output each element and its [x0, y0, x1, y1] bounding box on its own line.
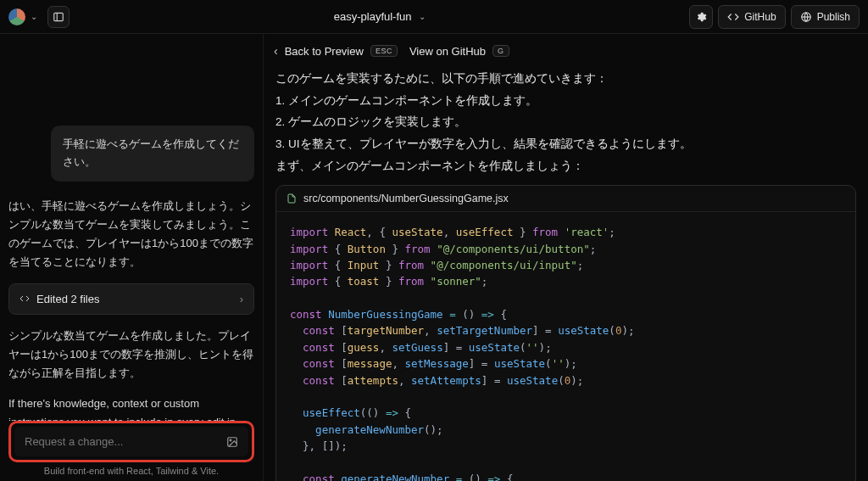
edited-files-label: Edited 2 files — [36, 293, 99, 305]
explanation-step: 1. メインのゲームコンポーネントを作成します。 — [275, 90, 856, 112]
publish-button[interactable]: Publish — [791, 5, 860, 29]
code-card: src/components/NumberGuessingGame.jsx im… — [275, 185, 856, 481]
chevron-right-icon: › — [240, 293, 243, 305]
github-label: GitHub — [744, 11, 776, 23]
svg-point-5 — [230, 439, 231, 441]
view-github-label: View on GitHub — [409, 45, 486, 58]
assistant-summary: シンプルな数当てゲームを作成しました。プレイヤーは1から100までの数字を推測し… — [8, 327, 254, 383]
app-logo[interactable] — [8, 8, 25, 25]
esc-kbd: ESC — [370, 45, 398, 57]
gear-icon — [695, 11, 707, 23]
user-message: 手軽に遊べるゲームを作成してください。 — [51, 126, 254, 182]
project-name-label: easy-playful-fun — [334, 10, 412, 23]
chat-input[interactable]: Request a change... — [14, 427, 248, 456]
settings-button[interactable] — [689, 5, 713, 29]
chat-input-highlight: Request a change... — [8, 421, 254, 462]
main-panel: ‹ Back to Preview ESC View on GitHub G こ… — [263, 34, 868, 481]
publish-label: Publish — [817, 11, 850, 23]
code-icon — [19, 294, 30, 304]
chevron-down-icon[interactable]: ⌄ — [31, 12, 37, 21]
view-on-github-button[interactable]: View on GitHub G — [409, 45, 509, 58]
code-icon — [727, 11, 739, 23]
explanation-line: このゲームを実装するために、以下の手順で進めていきます： — [275, 68, 856, 90]
chevron-left-icon: ‹ — [274, 44, 278, 58]
image-icon[interactable] — [226, 436, 238, 448]
explanation-block: このゲームを実装するために、以下の手順で進めていきます： 1. メインのゲームコ… — [275, 68, 856, 176]
svg-rect-0 — [54, 13, 64, 20]
footer-note: Build front-end with React, Tailwind & V… — [8, 462, 254, 481]
g-kbd: G — [492, 45, 509, 57]
knowledge-note: If there's knowledge, context or custom … — [8, 394, 254, 421]
back-label: Back to Preview — [285, 45, 364, 58]
file-icon — [287, 193, 297, 204]
code-block[interactable]: import React, { useState, useEffect } fr… — [276, 212, 855, 481]
chat-input-placeholder: Request a change... — [25, 435, 123, 448]
globe-icon — [800, 11, 812, 23]
explanation-step: 3. UIを整えて、プレイヤーが数字を入力し、結果を確認できるようにします。 — [275, 133, 856, 155]
code-filename: src/components/NumberGuessingGame.jsx — [303, 193, 509, 204]
chat-panel: 手軽に遊べるゲームを作成してください。 はい、手軽に遊べるゲームを作成しましょう… — [0, 34, 263, 481]
assistant-intro: はい、手軽に遊べるゲームを作成しましょう。シンプルな数当てゲームを実装してみまし… — [8, 197, 254, 271]
edited-files-card[interactable]: Edited 2 files › — [8, 283, 254, 315]
explanation-step: 2. ゲームのロジックを実装します。 — [275, 111, 856, 133]
explanation-line: まず、メインのゲームコンポーネントを作成しましょう： — [275, 155, 856, 177]
project-title[interactable]: easy-playful-fun ⌄ — [70, 10, 689, 23]
sub-header: ‹ Back to Preview ESC View on GitHub G — [264, 34, 868, 68]
top-bar: ⌄ easy-playful-fun ⌄ GitHub Publish — [0, 0, 868, 34]
code-header: src/components/NumberGuessingGame.jsx — [276, 186, 855, 212]
sidebar-toggle-button[interactable] — [47, 6, 70, 28]
user-message-text: 手軽に遊べるゲームを作成してください。 — [63, 137, 239, 168]
chevron-down-icon: ⌄ — [419, 12, 426, 21]
github-button[interactable]: GitHub — [718, 5, 785, 29]
back-to-preview-button[interactable]: ‹ Back to Preview ESC — [274, 44, 398, 58]
panel-icon — [53, 11, 64, 23]
